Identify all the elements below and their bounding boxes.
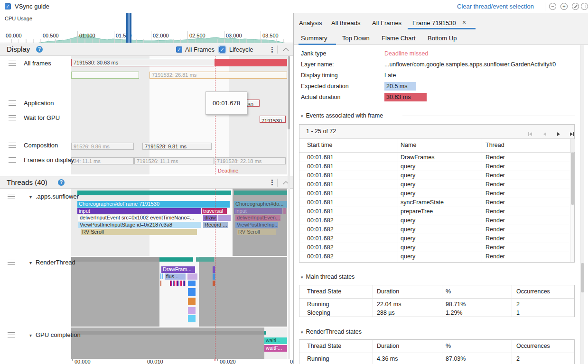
subtab-flame-chart[interactable]: Flame Chart (382, 35, 416, 42)
col-header-percent[interactable]: % (446, 288, 451, 295)
track-drag-handle[interactable] (8, 194, 15, 199)
frames-on-display-bar[interactable]: 24: 11.1 ms (71, 157, 134, 164)
trace-event-waiting[interactable]: waiti... (264, 337, 287, 344)
vsync-checkbox-checked-icon[interactable] (5, 3, 11, 9)
tab-analysis[interactable]: Analysis (299, 19, 322, 27)
threads-more-options-icon[interactable] (269, 178, 276, 187)
frames-on-display-bar[interactable]: 7191528: 22.18 ms (215, 157, 286, 164)
col-header-occurrences[interactable]: Occurrences (516, 343, 550, 349)
event-row[interactable]: 00:01.681DrawFramesRender (299, 153, 570, 162)
scrollbar-thumb[interactable] (288, 56, 290, 129)
left-panel-scrollbar[interactable] (288, 56, 290, 359)
col-header-start-time[interactable]: Start time (307, 142, 333, 148)
state-row[interactable]: Running4.36 ms87.03%2 (299, 355, 574, 364)
events-section-header[interactable]: Events associated with frame (301, 112, 383, 119)
lifecycle-checkbox-icon[interactable] (219, 46, 225, 53)
zoom-out-icon[interactable]: − (549, 3, 556, 10)
reset-zoom-icon[interactable] (572, 3, 579, 10)
frames-on-display-bar[interactable]: 7191526: 11.1 ms (134, 157, 214, 164)
trace-event-block-cyan[interactable] (188, 315, 196, 322)
subtab-summary[interactable]: Summary (301, 35, 327, 42)
event-row[interactable]: 00:01.681queryRender (299, 189, 570, 198)
track-drag-handle[interactable] (8, 332, 15, 337)
event-row[interactable]: 00:01.681queryRender (299, 180, 570, 189)
track-drag-handle[interactable] (9, 115, 16, 120)
trace-event-block-lilac[interactable] (188, 307, 196, 314)
trace-event-viewpostime[interactable]: ViewPostImeInputStage id=0x2187c3a8 (78, 222, 201, 228)
subtab-bottom-up[interactable]: Bottom Up (428, 35, 457, 42)
col-header-duration[interactable]: Duration (377, 343, 399, 349)
state-row[interactable]: Sleeping288 µs1.29%1 (299, 309, 574, 317)
trace-event-block-blue[interactable] (188, 281, 196, 286)
col-header-thread-state[interactable]: Thread State (307, 288, 341, 295)
track-drag-handle[interactable] (9, 143, 16, 148)
events-scrollbar[interactable] (570, 153, 574, 262)
trace-event-rv-scroll-dim[interactable]: RV Scroll (237, 229, 276, 235)
event-row[interactable]: 00:01.682queryRender (299, 216, 570, 225)
event-row[interactable]: 00:01.682queryRender (299, 234, 570, 243)
tab-all-frames[interactable]: All Frames (372, 19, 401, 27)
event-row[interactable]: 00:01.682queryRender (299, 252, 570, 262)
first-page-icon[interactable] (528, 129, 532, 138)
all-frames-checkbox-icon[interactable] (176, 46, 182, 53)
event-row[interactable]: 00:01.681prepareTreeRender (299, 207, 570, 216)
trace-event-block-orange[interactable] (188, 298, 196, 305)
thread-state-bar-running[interactable] (159, 257, 193, 262)
track-drag-handle[interactable] (9, 61, 16, 66)
col-header-name[interactable]: Name (401, 142, 416, 148)
col-header-percent[interactable]: % (446, 343, 451, 349)
threads-help-icon[interactable]: ? (58, 179, 65, 186)
state-row[interactable]: Running22.04 ms98.71%2 (299, 300, 574, 309)
track-drag-handle[interactable] (9, 100, 16, 106)
event-row[interactable]: 00:01.682queryRender (299, 225, 570, 234)
col-header-duration[interactable]: Duration (377, 288, 399, 295)
event-row[interactable]: 00:01.682queryRender (299, 243, 570, 252)
trace-event-deliver-input[interactable]: deliverInputEvent src=0x1002 eventTimeNa… (78, 215, 201, 221)
thread-expand-icon[interactable] (29, 330, 32, 339)
scrollbar-thumb[interactable] (581, 263, 584, 292)
trace-event-waitfence[interactable]: waitF... (264, 345, 287, 352)
right-panel-scrollbar[interactable] (580, 45, 584, 364)
scrollbar-thumb[interactable] (571, 153, 574, 205)
thread-state-bar-running[interactable] (264, 331, 266, 335)
tab-frame-7191530[interactable]: Frame 7191530 (412, 19, 456, 27)
all-frames-checkbox-label[interactable]: All Frames (185, 46, 215, 53)
display-more-options-icon[interactable] (269, 46, 276, 54)
thread-expand-icon[interactable] (29, 258, 32, 266)
frame-bar-7191530[interactable]: 7191530: 30.63 ms (71, 59, 287, 66)
zoom-to-selection-icon[interactable] (581, 3, 588, 10)
trace-event-traversal[interactable]: traversal (202, 208, 227, 214)
next-page-icon[interactable] (557, 129, 560, 138)
trace-event-drawframes[interactable]: DrawFram... (161, 266, 195, 273)
frame-bar-prev[interactable] (71, 72, 139, 79)
trace-event-choreographer-dim[interactable]: Choreographer#do... (234, 201, 287, 208)
thread-state-bar-dim[interactable] (71, 331, 264, 335)
thread-state-bar-running[interactable] (77, 191, 231, 195)
trace-event-sliver-pink[interactable] (283, 208, 286, 214)
trace-event-choreographer[interactable]: Choreographer#doFrame 7191530 (77, 201, 230, 208)
trace-event-input-dim[interactable]: input (234, 208, 282, 214)
event-row[interactable]: 00:01.681syncFrameStateRender (299, 198, 570, 207)
render-states-section-header[interactable]: RenderThread states (301, 328, 362, 335)
track-drag-handle[interactable] (9, 157, 16, 163)
trace-event-draw-extra[interactable] (218, 215, 231, 221)
col-header-thread[interactable]: Thread (485, 142, 504, 148)
clear-selection-link[interactable]: Clear thread/event selection (457, 3, 534, 10)
lifecycle-checkbox-label[interactable]: Lifecycle (229, 46, 253, 53)
trace-event-viewpost-dim[interactable]: ViewPostImeInp... (235, 222, 278, 228)
composition-bar[interactable]: 91526: 9.86 ms (71, 143, 134, 150)
trace-event-block-blue[interactable] (188, 288, 196, 296)
trace-event-record[interactable]: Record ... (203, 222, 228, 228)
tab-close-icon[interactable]: × (462, 18, 466, 26)
subtab-top-down[interactable]: Top Down (342, 35, 370, 42)
trace-event-block-lilac[interactable] (187, 273, 197, 280)
trace-event-flush[interactable]: flus... (165, 273, 186, 280)
thread-state-bar-dim[interactable] (234, 191, 287, 195)
trace-event-stripes[interactable] (170, 281, 186, 286)
display-collapse-icon[interactable] (283, 48, 289, 54)
thread-expand-icon[interactable] (29, 192, 32, 200)
composition-bar[interactable]: 7191528: 9.81 ms (142, 143, 212, 150)
display-help-icon[interactable]: ? (36, 46, 43, 53)
event-row[interactable]: 00:01.681queryRender (299, 171, 570, 180)
thread-state-bar-dim[interactable] (71, 257, 159, 262)
